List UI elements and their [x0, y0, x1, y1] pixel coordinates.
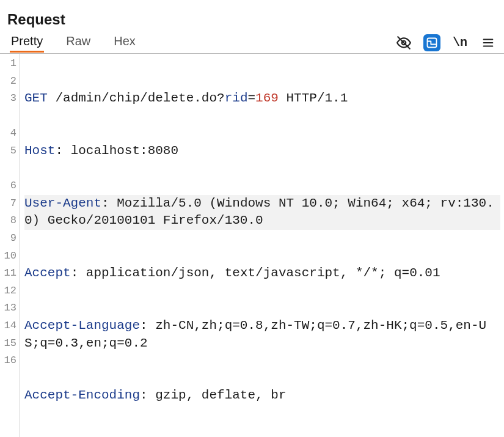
request-line: GET /admin/chip/delete.do?rid=169 HTTP/1…	[24, 90, 500, 108]
visibility-off-icon[interactable]	[395, 34, 412, 51]
tabs: Pretty Raw Hex	[5, 32, 137, 53]
http-editor[interactable]: 1 2 3 4 5 6 7 8 9 10 11 12 13 14 15 16 G…	[0, 54, 504, 437]
header-user-agent: User-Agent: Mozilla/5.0 (Windows NT 10.0…	[24, 195, 500, 230]
line-wrap-toggle[interactable]: \n	[451, 34, 469, 51]
render-toggle-icon[interactable]	[423, 34, 440, 51]
tab-raw[interactable]: Raw	[65, 32, 92, 53]
header-accept-encoding: Accept-Encoding: gzip, deflate, br	[24, 387, 500, 405]
header-accept: Accept: application/json, text/javascrip…	[24, 265, 500, 282]
line-number-gutter: 1 2 3 4 5 6 7 8 9 10 11 12 13 14 15 16	[0, 54, 20, 437]
header-accept-language: Accept-Language: zh-CN,zh;q=0.8,zh-TW;q=…	[24, 317, 500, 352]
svg-rect-2	[428, 38, 437, 47]
tab-pretty[interactable]: Pretty	[10, 32, 44, 53]
tab-bar: Pretty Raw Hex \n	[0, 32, 504, 54]
tab-hex[interactable]: Hex	[112, 32, 137, 53]
header-host: Host: localhost:8080	[24, 142, 500, 160]
hamburger-menu-icon[interactable]	[480, 34, 497, 51]
panel-title: Request	[0, 0, 504, 32]
http-code[interactable]: GET /admin/chip/delete.do?rid=169 HTTP/1…	[20, 54, 504, 437]
request-panel: Request Pretty Raw Hex \n	[0, 0, 504, 437]
toolbar: \n	[395, 34, 499, 51]
